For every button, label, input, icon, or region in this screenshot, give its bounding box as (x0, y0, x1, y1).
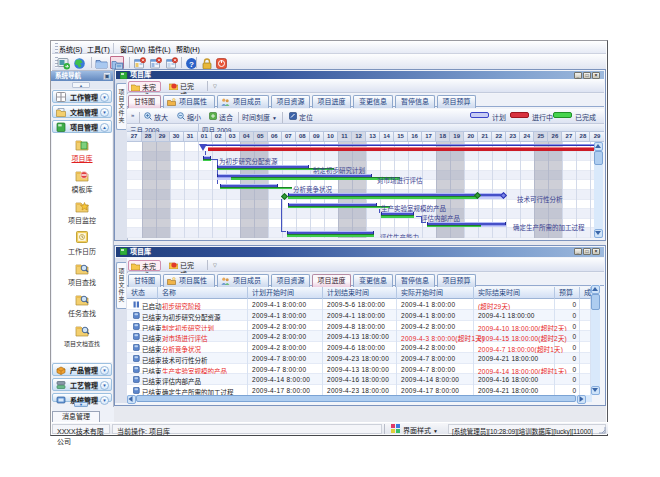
svg-text:?: ? (189, 60, 194, 69)
